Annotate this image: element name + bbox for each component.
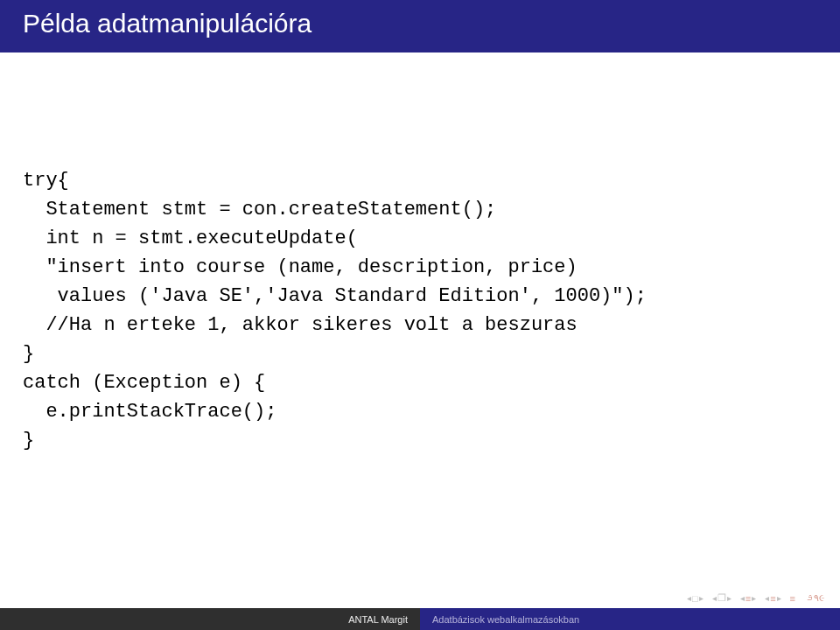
frame-icon: □	[692, 593, 698, 604]
back-forward-icon[interactable]: ೨۹૯	[804, 592, 824, 604]
arrow-right-icon: ▸	[699, 593, 704, 603]
arrow-right-icon: ▸	[727, 593, 732, 603]
slide-footer: ANTAL Margit Adatbázisok webalkalmazások…	[0, 608, 840, 630]
code-line: Statement stmt = con.createStatement();	[23, 199, 496, 220]
code-block: try{ Statement stmt = con.createStatemen…	[23, 166, 817, 455]
nav-first-group[interactable]: ◂ □ ▸	[687, 593, 704, 604]
arrow-right-icon: ▸	[752, 593, 756, 603]
code-line: catch (Exception e) {	[23, 372, 265, 394]
code-line: try{	[23, 170, 69, 192]
arrow-left-icon: ◂	[765, 593, 769, 603]
code-line: int n = stmt.executeUpdate(	[23, 228, 358, 249]
presentation-title: Adatbázisok webalkalmazásokban	[432, 614, 579, 625]
arrow-left-icon: ◂	[740, 593, 745, 603]
arrow-left-icon: ◂	[712, 593, 717, 603]
arrow-left-icon: ◂	[687, 593, 691, 603]
lines-icon: ≡	[746, 593, 751, 604]
code-line: e.printStackTrace();	[23, 401, 276, 423]
author-text: ANTAL Margit	[348, 614, 408, 625]
lines-icon-single[interactable]: ≡	[790, 593, 795, 604]
nav-subsection-group[interactable]: ◂ ≡ ▸	[740, 593, 756, 604]
code-line: "insert into course (name, description, …	[23, 256, 578, 278]
arrow-right-icon: ▸	[777, 593, 781, 603]
code-line: }	[23, 430, 34, 452]
nav-part-group[interactable]: ◂ ≡ ▸	[765, 593, 780, 604]
title-text: Példa adatmanipulációra	[23, 9, 312, 38]
beamer-nav-icons: ◂ □ ▸ ◂ ❐ ▸ ◂ ≡ ▸ ◂ ≡ ▸ ≡ ೨۹૯	[687, 592, 824, 604]
slide-title: Példa adatmanipulációra	[0, 0, 840, 52]
nav-section-group[interactable]: ◂ ❐ ▸	[712, 592, 732, 604]
footer-title: Adatbázisok webalkalmazásokban	[420, 608, 840, 630]
code-line: //Ha n erteke 1, akkor sikeres volt a be…	[23, 314, 578, 336]
code-line: }	[23, 343, 34, 365]
slide-content: try{ Statement stmt = con.createStatemen…	[0, 52, 840, 455]
overlay-icon: ❐	[718, 592, 726, 604]
code-line: values ('Java SE','Java Standard Edition…	[23, 285, 647, 307]
footer-author: ANTAL Margit	[0, 608, 420, 630]
lines-icon: ≡	[770, 593, 775, 604]
